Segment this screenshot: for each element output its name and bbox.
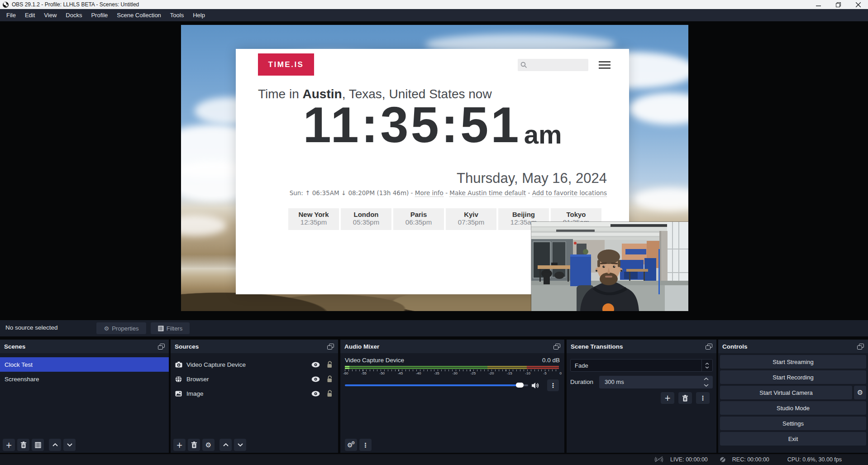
exit-button[interactable]: Exit	[720, 432, 866, 446]
timeis-logo: TIME.IS	[258, 53, 314, 76]
properties-button[interactable]: ⚙ Properties	[96, 322, 146, 334]
eye-visible-icon[interactable]	[311, 376, 320, 382]
transition-select[interactable]: Fade	[570, 359, 713, 372]
menu-edit[interactable]: Edit	[20, 10, 39, 20]
add-transition-button[interactable]: +	[661, 392, 674, 404]
start-virtual-camera-button[interactable]: Start Virtual Camera	[720, 386, 852, 399]
source-move-down-button[interactable]	[234, 439, 246, 451]
popout-icon[interactable]	[553, 344, 560, 350]
scene-item-clock-test[interactable]: Clock Test	[0, 357, 169, 372]
restore-button[interactable]	[828, 0, 848, 9]
scene-item-screenshare[interactable]: Screenshare	[0, 372, 169, 386]
source-item-browser[interactable]: Browser	[171, 372, 338, 386]
scene-label: Clock Test	[5, 361, 33, 368]
sources-dock: Sources Video Capture Device Browser	[171, 340, 338, 453]
clock-meridiem: am	[524, 121, 562, 148]
properties-label: Properties	[112, 325, 138, 332]
city-box: New York12:35pm	[288, 208, 339, 230]
studio-mode-button[interactable]: Studio Mode	[720, 401, 866, 415]
gear-icon: ⚙	[205, 441, 211, 449]
advanced-audio-button[interactable]: ⚙⚙	[345, 439, 357, 451]
more-info-link: More info	[415, 189, 444, 197]
spin-up-icon[interactable]	[704, 378, 709, 380]
sources-dock-header[interactable]: Sources	[171, 340, 338, 353]
clock-display: 11:35:51 am	[236, 100, 629, 150]
menu-help[interactable]: Help	[188, 10, 210, 20]
tick-label: -20	[489, 371, 494, 375]
filters-button[interactable]: Filters	[151, 322, 190, 334]
city-box: Paris06:35pm	[393, 208, 444, 230]
tick-label: -35	[434, 371, 439, 375]
tick-label: -50	[379, 371, 385, 375]
close-button[interactable]	[848, 0, 868, 9]
eye-visible-icon[interactable]	[311, 362, 320, 368]
transitions-dock-header[interactable]: Scene Transitions	[567, 340, 716, 353]
lock-open-icon[interactable]	[326, 390, 333, 397]
remove-scene-button[interactable]	[17, 439, 29, 451]
source-properties-button[interactable]: ⚙	[202, 439, 215, 451]
source-label: Image	[186, 390, 204, 397]
city-box: London05:35pm	[341, 208, 391, 230]
remove-transition-button[interactable]	[678, 392, 692, 404]
menu-file[interactable]: File	[2, 10, 20, 20]
add-source-button[interactable]: +	[173, 439, 186, 451]
volume-slider[interactable]	[345, 384, 528, 386]
popout-icon[interactable]	[857, 344, 864, 350]
add-scene-button[interactable]: +	[3, 439, 15, 451]
popout-icon[interactable]	[706, 344, 712, 350]
menu-scene-collection[interactable]: Scene Collection	[112, 10, 166, 20]
start-recording-button[interactable]: Start Recording	[720, 370, 866, 384]
mixer-channel-name: Video Capture Device	[345, 357, 404, 364]
kebab-icon: ⋮	[362, 441, 369, 449]
transition-menu-button[interactable]: ⋮	[696, 392, 710, 404]
source-label: Browser	[186, 376, 209, 383]
menu-profile[interactable]: Profile	[86, 10, 112, 20]
virtual-camera-config-button[interactable]: ⚙	[854, 386, 866, 399]
popout-icon[interactable]	[158, 344, 165, 350]
separator: -	[445, 189, 448, 197]
duration-spinbox[interactable]: 300 ms	[599, 376, 713, 388]
scenes-dock-header[interactable]: Scenes	[0, 340, 169, 353]
lock-open-icon[interactable]	[326, 375, 333, 383]
webcam-overlay[interactable]	[531, 222, 688, 311]
scene-move-up-button[interactable]	[49, 439, 61, 451]
spin-down-icon[interactable]	[704, 384, 709, 387]
settings-button[interactable]: Settings	[720, 417, 866, 430]
popout-icon[interactable]	[327, 344, 334, 350]
heading-prefix: Time in	[258, 87, 303, 101]
start-streaming-button[interactable]: Start Streaming	[720, 355, 866, 369]
city-name: Kyiv	[446, 211, 496, 218]
scene-filters-button[interactable]	[32, 439, 44, 451]
globe-icon	[175, 376, 182, 383]
remove-source-button[interactable]	[188, 439, 200, 451]
double-gear-icon: ⚙	[347, 441, 353, 449]
preview-canvas[interactable]: TIME.IS Time in Austin, Texas, United St…	[181, 25, 688, 311]
source-move-up-button[interactable]	[219, 439, 232, 451]
menu-docks[interactable]: Docks	[61, 10, 86, 20]
city-name: Tokyo	[551, 211, 601, 218]
cloud	[629, 93, 688, 125]
menu-view[interactable]: View	[39, 10, 61, 20]
favorite-link: Add to favorite locations	[532, 189, 607, 197]
tick-label: -25	[471, 371, 476, 375]
obs-logo-icon	[3, 2, 9, 8]
tick-label: -5	[544, 371, 547, 375]
title-bar: OBS 29.1.2 - Profile: LLHLS BETA - Scene…	[0, 0, 868, 9]
sun-times: Sun: ↑ 06:35AM ↓ 08:20PM (13h 46m) -	[290, 189, 413, 197]
volume-slider-handle[interactable]	[516, 383, 524, 388]
menu-tools[interactable]: Tools	[166, 10, 188, 20]
scene-move-down-button[interactable]	[63, 439, 76, 451]
mixer-channel-menu-button[interactable]: ⋮	[547, 379, 559, 391]
source-item-video-capture[interactable]: Video Capture Device	[171, 357, 338, 372]
audio-mixer-dock-header[interactable]: Audio Mixer	[340, 340, 564, 353]
controls-dock-header[interactable]: Controls	[718, 340, 868, 353]
plus-icon: +	[664, 393, 671, 403]
speaker-icon[interactable]	[532, 382, 539, 389]
mixer-menu-button[interactable]: ⋮	[359, 439, 372, 451]
controls-dock: Controls Start Streaming Start Recording…	[718, 340, 868, 453]
cpu-fps-stats: CPU: 0.6%, 30.00 fps	[787, 456, 842, 463]
eye-visible-icon[interactable]	[311, 391, 320, 397]
lock-open-icon[interactable]	[326, 361, 333, 368]
minimize-button[interactable]	[808, 0, 828, 9]
source-item-image[interactable]: Image	[171, 386, 338, 401]
